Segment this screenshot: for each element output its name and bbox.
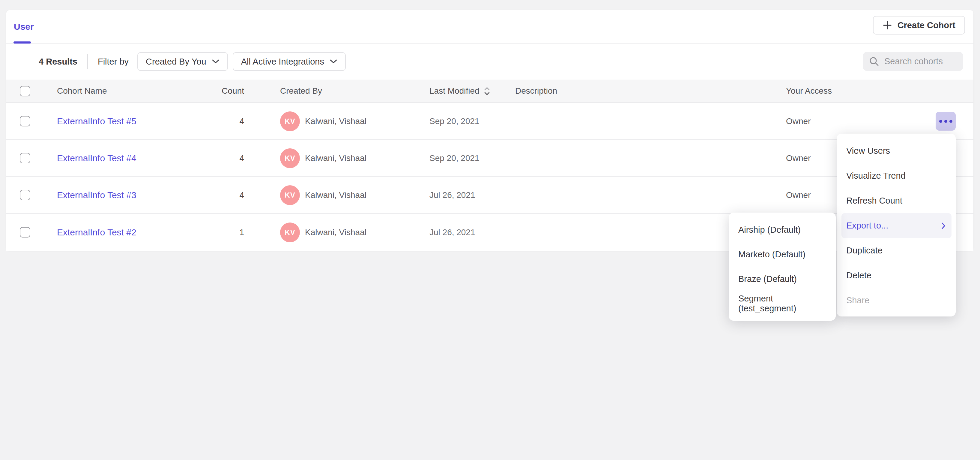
col-count[interactable]: Count	[200, 86, 244, 96]
row-checkbox[interactable]	[20, 190, 30, 200]
table-row: ExternalInfo Test #3 4 KV Kalwani, Visha…	[6, 177, 974, 214]
col-last-modified[interactable]: Last Modified	[430, 86, 515, 96]
created-by-name: Kalwani, Vishaal	[305, 153, 366, 163]
access-cell: Owner	[786, 117, 930, 126]
last-modified-date: Sep 20, 2021	[430, 117, 515, 126]
created-by-name: Kalwani, Vishaal	[305, 117, 366, 126]
table-header: Cohort Name Count Created By Last Modifi…	[6, 80, 974, 103]
chevron-down-icon	[329, 59, 337, 64]
created-by-dropdown[interactable]: Created By You	[137, 52, 228, 71]
col-description[interactable]: Description	[515, 86, 786, 96]
cohort-count: 4	[200, 117, 244, 126]
row-actions-button[interactable]	[935, 112, 956, 131]
cohort-name-link[interactable]: ExternalInfo Test #2	[57, 227, 137, 237]
col-last-modified-label: Last Modified	[430, 86, 479, 96]
create-cohort-button[interactable]: Create Cohort	[873, 16, 965, 35]
search-icon	[869, 56, 880, 67]
row-checkbox[interactable]	[20, 227, 30, 238]
last-modified-date: Jul 26, 2021	[430, 190, 515, 200]
menu-item-export-to[interactable]: Export to...	[842, 213, 951, 238]
row-actions-menu: View Users Visualize Trend Refresh Count…	[837, 134, 956, 316]
sort-icon[interactable]	[484, 87, 490, 96]
table-row: ExternalInfo Test #4 4 KV Kalwani, Visha…	[6, 140, 974, 177]
created-by-name: Kalwani, Vishaal	[305, 190, 366, 200]
create-cohort-label: Create Cohort	[897, 21, 955, 30]
active-tab-indicator	[13, 42, 31, 43]
row-checkbox[interactable]	[20, 153, 30, 163]
submenu-item-segment[interactable]: Segment (test_segment)	[729, 291, 836, 316]
submenu-item-airship[interactable]: Airship (Default)	[729, 217, 836, 242]
filter-bar: 4 Results Filter by Created By You All A…	[6, 43, 974, 80]
search-input[interactable]	[885, 56, 959, 66]
header-checkbox-cell	[6, 86, 50, 96]
chevron-right-icon	[941, 222, 945, 229]
menu-item-visualize-trend[interactable]: Visualize Trend	[837, 163, 956, 188]
col-cohort-name[interactable]: Cohort Name	[50, 86, 200, 96]
last-modified-date: Jul 26, 2021	[430, 228, 515, 237]
submenu-item-marketo[interactable]: Marketo (Default)	[729, 242, 836, 267]
sort-caret-down-icon	[484, 91, 490, 96]
filter-by-label: Filter by	[98, 57, 129, 67]
tab-bar: User Create Cohort	[6, 10, 974, 43]
cohort-count: 4	[200, 153, 244, 163]
select-all-checkbox[interactable]	[20, 86, 30, 96]
avatar: KV	[280, 149, 300, 168]
avatar: KV	[280, 222, 300, 242]
cohort-count: 4	[200, 190, 244, 200]
cohort-name-link[interactable]: ExternalInfo Test #3	[57, 190, 137, 200]
avatar: KV	[280, 185, 300, 205]
avatar: KV	[280, 112, 300, 131]
menu-item-share: Share	[837, 288, 956, 313]
menu-item-delete[interactable]: Delete	[837, 263, 956, 288]
menu-item-refresh-count[interactable]: Refresh Count	[837, 188, 956, 213]
cohort-name-link[interactable]: ExternalInfo Test #5	[57, 116, 137, 126]
divider	[87, 54, 88, 69]
menu-item-duplicate[interactable]: Duplicate	[837, 238, 956, 263]
cohort-count: 1	[200, 228, 244, 237]
plus-icon	[883, 21, 892, 30]
menu-item-export-to-label: Export to...	[846, 221, 888, 231]
cohort-name-link[interactable]: ExternalInfo Test #4	[57, 153, 137, 163]
tab-user[interactable]: User	[14, 22, 34, 32]
last-modified-date: Sep 20, 2021	[430, 153, 515, 163]
col-your-access[interactable]: Your Access	[786, 86, 930, 96]
row-checkbox[interactable]	[20, 116, 30, 126]
results-count: 4 Results	[39, 57, 77, 67]
menu-item-view-users[interactable]: View Users	[837, 139, 956, 163]
created-by-dropdown-label: Created By You	[146, 57, 206, 67]
integrations-dropdown-label: All Active Integrations	[241, 57, 324, 67]
col-created-by[interactable]: Created By	[244, 86, 430, 96]
created-by-name: Kalwani, Vishaal	[305, 228, 366, 237]
submenu-item-braze[interactable]: Braze (Default)	[729, 267, 836, 291]
table-row: ExternalInfo Test #5 4 KV Kalwani, Visha…	[6, 103, 974, 140]
integrations-dropdown[interactable]: All Active Integrations	[233, 52, 346, 71]
sort-caret-up-icon	[484, 87, 490, 91]
chevron-down-icon	[212, 59, 220, 64]
search-box[interactable]	[863, 52, 963, 71]
export-submenu: Airship (Default) Marketo (Default) Braz…	[729, 212, 836, 321]
